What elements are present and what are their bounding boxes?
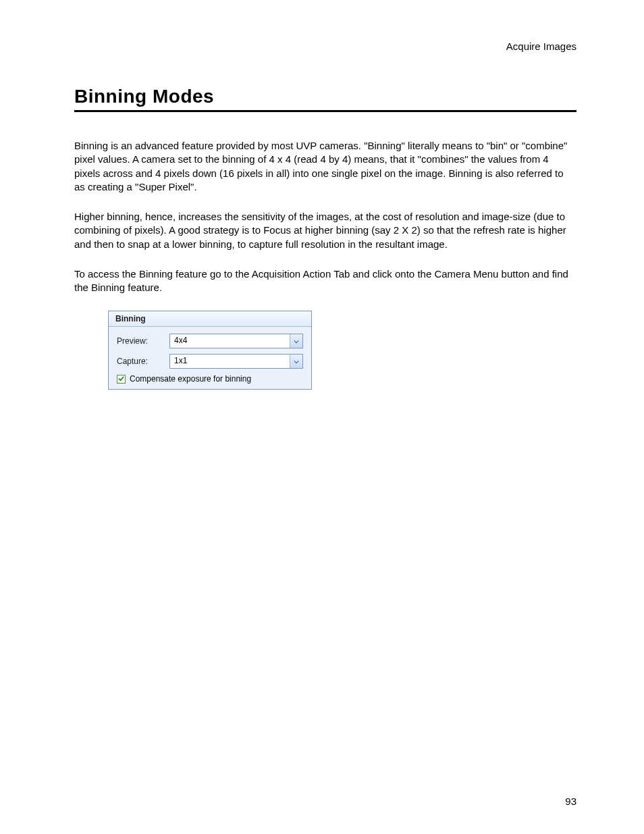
capture-label: Capture: [117, 357, 169, 366]
preview-combo[interactable]: 4x4 [169, 334, 303, 348]
compensate-row: Compensate exposure for binning [117, 374, 303, 384]
binning-panel-body: Preview: 4x4 Capture: 1x1 [109, 327, 311, 389]
section-rule [74, 110, 576, 112]
preview-combo-button[interactable] [290, 334, 302, 348]
binning-panel: Binning Preview: 4x4 Capture: [108, 311, 312, 390]
breadcrumb: Acquire Images [74, 41, 576, 52]
chevron-down-icon [294, 336, 299, 346]
section-title: Binning Modes [74, 86, 576, 107]
capture-combo[interactable]: 1x1 [169, 354, 303, 369]
capture-row: Capture: 1x1 [117, 354, 303, 369]
capture-combo-value: 1x1 [170, 355, 290, 368]
preview-combo-value: 4x4 [170, 334, 290, 348]
capture-combo-button[interactable] [290, 355, 302, 368]
compensate-label: Compensate exposure for binning [130, 374, 251, 384]
body-paragraph-3: To access the Binning feature go to the … [74, 267, 576, 295]
page-number: 93 [565, 796, 576, 807]
preview-row: Preview: 4x4 [117, 334, 303, 348]
preview-label: Preview: [117, 336, 169, 346]
chevron-down-icon [294, 357, 299, 366]
body-paragraph-2: Higher binning, hence, increases the sen… [74, 210, 576, 251]
body-paragraph-1: Binning is an advanced feature provided … [74, 139, 576, 194]
binning-panel-header[interactable]: Binning [109, 311, 311, 327]
check-icon [118, 374, 124, 384]
binning-panel-title: Binning [115, 314, 146, 323]
compensate-checkbox[interactable] [117, 375, 126, 384]
